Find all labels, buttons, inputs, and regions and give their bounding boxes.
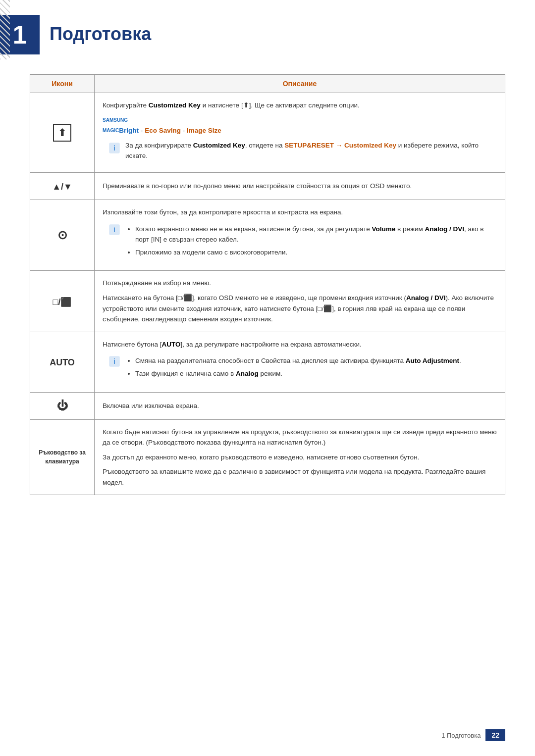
icon-cell-auto: AUTO — [30, 332, 95, 392]
table-row: AUTO Натиснете бутона [AUTO], за да регу… — [30, 332, 505, 392]
svg-text:i: i — [113, 144, 115, 152]
eco-saving-text: Eco Saving — [145, 127, 181, 134]
desc-main-circle: Използвайте този бутон, за да контролира… — [103, 207, 497, 218]
note-icon-auto: i — [107, 354, 121, 368]
separator2: - — [183, 127, 185, 134]
info-icon-volume: i — [108, 224, 120, 236]
desc-text-triangle: Преминавате в по-горно или по-долно меню… — [103, 182, 412, 190]
image-size-text: Image Size — [187, 127, 221, 134]
note-icon: i — [107, 141, 121, 155]
bullet-item: Приложимо за модели само с високоговорит… — [135, 247, 497, 258]
icon-cell-power: ⏻ — [30, 392, 95, 419]
desc-cell-circle: Използвайте този бутон, за да контролира… — [95, 200, 505, 270]
separator1: - — [141, 127, 143, 134]
main-content: Икони Описание ⬆ Конфигурайте Customized… — [0, 74, 535, 525]
stripe-decoration — [0, 0, 10, 59]
keyboard-para3: Ръководството за клавишите може да е раз… — [103, 466, 497, 488]
icon-cell-triangle: ▲/▼ — [30, 172, 95, 200]
bullet-item: Когато екранното меню не е на екрана, на… — [135, 224, 497, 245]
icon-cell-arrowup: ⬆ — [30, 93, 95, 173]
table-row: ▲/▼ Преминавате в по-горно или по-долно … — [30, 172, 505, 200]
customized-key-label: Customized Key — [149, 101, 201, 109]
page-header: 1 Подготовка — [0, 0, 535, 64]
bullet-list-auto: Смяна на разделителната способност в Сво… — [125, 355, 497, 379]
desc-main-auto: Натиснете бутона [AUTO], за да регулират… — [103, 339, 497, 350]
note-block-customizedkey: i За да конфигурирате Customized Key, от… — [103, 140, 497, 161]
desc-detail-square: Натискането на бутона [□/⬛], когато OSD … — [103, 293, 497, 325]
table-row: □/⬛ Потвърждаване на избор на меню. Нати… — [30, 271, 505, 332]
desc-main-confirm: Потвърждаване на избор на меню. — [103, 278, 497, 289]
square-icon: □/⬛ — [53, 297, 72, 307]
triangle-icon: ▲/▼ — [52, 182, 72, 192]
desc-text: Конфигурайте Customized Key и натиснете … — [103, 100, 497, 111]
footer-page: 22 — [485, 729, 505, 741]
magic-line: SAMSUNGMAGICBright - Eco Saving - Image … — [103, 115, 497, 136]
bullet-list-circle: Когато екранното меню не е на екрана, на… — [125, 224, 497, 258]
note-text-volume: Когато екранното меню не е на екрана, на… — [125, 222, 497, 260]
keyboard-para1: Когато бъде натиснат бутона за управлени… — [103, 427, 497, 448]
icon-cell-circle: ⊙ — [30, 200, 95, 270]
content-table: Икони Описание ⬆ Конфигурайте Customized… — [30, 74, 505, 495]
footer-text: 1 Подготовка — [441, 732, 481, 739]
note-block-volume: i Когато екранното меню не е на екрана, … — [103, 222, 497, 260]
note-block-auto: i Смяна на разделителната способност в С… — [103, 353, 497, 381]
customized-key-note: Customized Key — [193, 142, 245, 149]
table-row: Ръководство заклавиатура Когато бъде нат… — [30, 419, 505, 495]
circle-dot-icon: ⊙ — [57, 228, 67, 242]
info-icon-auto: i — [108, 355, 120, 367]
bullet-item: Смяна на разделителната способност в Сво… — [135, 355, 497, 366]
svg-text:i: i — [113, 226, 115, 234]
desc-text-power: Включва или изключва екрана. — [103, 402, 199, 409]
note-text-auto: Смяна на разделителната способност в Сво… — [125, 353, 497, 381]
col-header-desc: Описание — [95, 75, 505, 93]
col-header-icons: Икони — [30, 75, 95, 93]
setup-reset: SETUP&RESET — [284, 142, 334, 149]
desc-cell-power: Включва или изключва екрана. — [95, 392, 505, 419]
table-row: ⊙ Използвайте този бутон, за да контроли… — [30, 200, 505, 270]
desc-cell-square: Потвърждаване на избор на меню. Натискан… — [95, 271, 505, 332]
table-row: ⏻ Включва или изключва екрана. — [30, 392, 505, 419]
auto-icon: AUTO — [50, 357, 75, 367]
note-text: За да конфигурирате Customized Key, отид… — [125, 140, 497, 161]
arrow-up-icon: ⬆ — [53, 124, 71, 142]
icon-cell-keyboard: Ръководство заклавиатура — [30, 419, 95, 495]
magic-bright-text: Bright — [119, 127, 139, 134]
info-icon: i — [108, 142, 120, 154]
chapter-number: 1 — [13, 22, 27, 48]
customized-key-link: Customized Key — [344, 142, 396, 149]
desc-cell-keyboard: Когато бъде натиснат бутона за управлени… — [95, 419, 505, 495]
chapter-title: Подготовка — [50, 15, 151, 45]
svg-text:i: i — [113, 357, 115, 365]
keyboard-guide-label: Ръководство заклавиатура — [38, 448, 86, 466]
desc-cell-arrowup: Конфигурайте Customized Key и натиснете … — [95, 93, 505, 173]
icon-cell-square: □/⬛ — [30, 271, 95, 332]
bullet-item: Тази функция е налична само в Analog реж… — [135, 368, 497, 379]
desc-cell-triangle: Преминавате в по-горно или по-долно меню… — [95, 172, 505, 200]
arrow-symbol: → — [336, 142, 343, 149]
table-row: ⬆ Конфигурайте Customized Key и натиснет… — [30, 93, 505, 173]
note-icon-volume: i — [107, 223, 121, 237]
page-footer: 1 Подготовка 22 — [0, 729, 535, 741]
keyboard-para2: За достъп до екранното меню, когато ръко… — [103, 452, 497, 463]
desc-cell-auto: Натиснете бутона [AUTO], за да регулират… — [95, 332, 505, 392]
power-icon: ⏻ — [57, 400, 68, 412]
